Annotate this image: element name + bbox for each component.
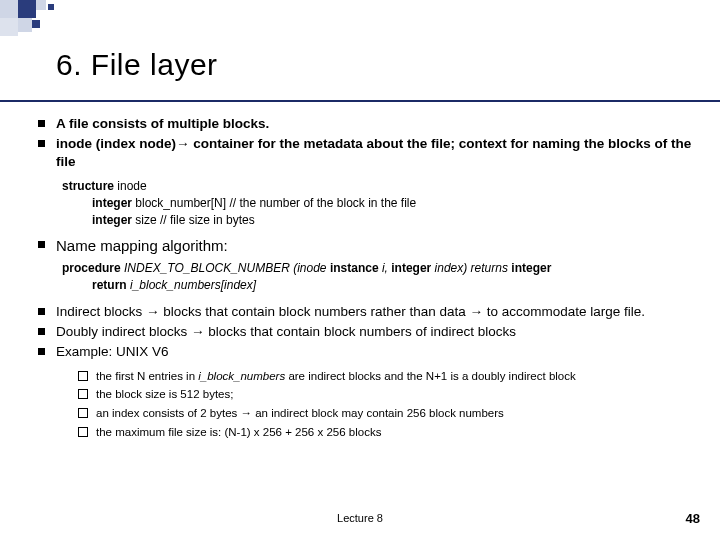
text: index) returns	[431, 261, 511, 275]
sub-bullet: an index consists of 2 bytes → an indire…	[36, 405, 700, 422]
text: an index consists of 2 bytes	[96, 407, 240, 419]
text: block_number[N] // the number of the blo…	[132, 196, 416, 210]
title-rule	[0, 100, 720, 102]
slide-body: A file consists of multiple blocks. inod…	[36, 115, 700, 442]
procedure-block: procedure INDEX_TO_BLOCK_NUMBER (inode i…	[62, 260, 700, 295]
arrow-icon: →	[146, 304, 160, 319]
text: the first N entries in	[96, 370, 198, 382]
struct-inode: structure inode integer block_number[N] …	[62, 178, 700, 230]
text: blocks that contain block numbers rather…	[160, 304, 470, 319]
kw: integer	[92, 213, 132, 227]
text: are indirect blocks and the N+1 is a dou…	[285, 370, 576, 382]
arrow-icon: →	[191, 324, 205, 339]
text: Indirect blocks	[56, 304, 146, 319]
kw: integer	[92, 196, 132, 210]
sub-bullet: the block size is 512 bytes;	[36, 386, 700, 403]
footer-lecture: Lecture 8	[337, 512, 383, 524]
kw: integer	[391, 261, 431, 275]
text: i,	[379, 261, 392, 275]
struct-line: structure inode	[62, 178, 700, 195]
arrow-icon: →	[240, 407, 252, 419]
kw: structure	[62, 179, 114, 193]
kw: integer	[511, 261, 551, 275]
bullet-doubly-indirect: Doubly indirect blocks → blocks that con…	[36, 323, 700, 341]
bullet-inode: inode (index node)→ container for the me…	[36, 135, 700, 171]
text-italic: i_block_numbers	[198, 370, 285, 382]
slide-title: 6. File layer	[56, 48, 218, 82]
text: to accommodate large file.	[483, 304, 645, 319]
struct-line: integer size // file size in bytes	[62, 212, 700, 229]
text: blocks that contain block numbers of ind…	[205, 324, 516, 339]
text: an indirect block may contain 256 block …	[252, 407, 504, 419]
sub-bullet: the maximum file size is: (N-1) x 256 + …	[36, 424, 700, 441]
page-number: 48	[686, 511, 700, 526]
kw: procedure	[62, 261, 121, 275]
text: INDEX_TO_BLOCK_NUMBER (inode	[121, 261, 330, 275]
text: inode	[114, 179, 147, 193]
text: size // file size in bytes	[132, 213, 255, 227]
text: i_block_numbers[index]	[127, 278, 256, 292]
corner-decoration	[0, 0, 120, 35]
struct-line: integer block_number[N] // the number of…	[62, 195, 700, 212]
arrow-icon: →	[176, 136, 190, 151]
kw: return	[92, 278, 127, 292]
text: inode (index node)	[56, 136, 176, 151]
proc-line: procedure INDEX_TO_BLOCK_NUMBER (inode i…	[62, 260, 700, 277]
bullet-file-blocks: A file consists of multiple blocks.	[36, 115, 700, 133]
bullet-name-mapping: Name mapping algorithm:	[36, 236, 700, 256]
bullet-indirect: Indirect blocks → blocks that contain bl…	[36, 303, 700, 321]
text: Doubly indirect blocks	[56, 324, 191, 339]
sub-bullet: the first N entries in i_block_numbers a…	[36, 368, 700, 385]
arrow-icon: →	[469, 304, 483, 319]
proc-line: return i_block_numbers[index]	[62, 277, 700, 294]
bullet-unix-v6: Example: UNIX V6	[36, 343, 700, 361]
kw: instance	[330, 261, 379, 275]
